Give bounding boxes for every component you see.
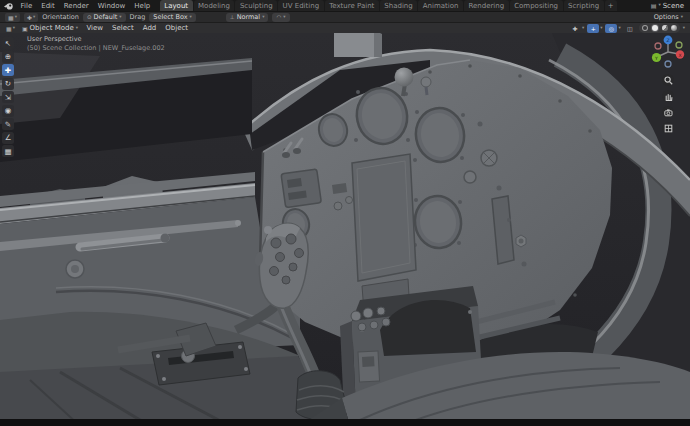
perspective-toggle-button[interactable] (662, 122, 674, 134)
active-tool-dropdown[interactable]: ▦ ▾ (5, 13, 20, 22)
zoom-button[interactable] (662, 74, 674, 86)
menu-render[interactable]: Render (59, 2, 93, 10)
move-cross-icon: ✚ (27, 14, 32, 21)
add-workspace-button[interactable]: + (605, 0, 617, 11)
shading-rendered-button[interactable] (671, 25, 677, 31)
editor-type-selector[interactable]: ▦ ▾ (3, 24, 18, 33)
grid-icon (664, 124, 673, 133)
gizmo-dropdown[interactable]: ✚ ▾ (24, 13, 38, 22)
top-menu-bar: File Edit Render Window Help Layout Mode… (0, 0, 690, 11)
mode-label: Object Mode (30, 24, 74, 32)
chevron-down-icon: ▾ (15, 15, 17, 20)
tab-compositing[interactable]: Compositing (510, 0, 563, 11)
menu-add[interactable]: Add (138, 24, 161, 32)
viewport-header-right: ✚ ▾ + ▾ ◎ ▾ ◫ ▾ (569, 23, 687, 33)
bottom-edge-strip (0, 419, 690, 426)
tab-scripting[interactable]: Scripting (564, 0, 604, 11)
show-gizmos-toggle[interactable]: + (587, 24, 599, 33)
viewport-header: ▦ ▾ ▣ Object Mode ▾ View Select Add Obje… (0, 22, 690, 33)
chevron-down-icon: ▾ (600, 26, 602, 31)
tab-shading[interactable]: Shading (380, 0, 417, 11)
view-name: User Perspective (27, 35, 165, 44)
tool-shelf: ↖ ⊕ ✚ ↻ ⇲ ◉ ✎ ∠ ▦ (2, 37, 14, 157)
chevron-down-icon: ▾ (262, 15, 264, 20)
menu-window[interactable]: Window (93, 2, 130, 10)
chevron-down-icon: ▾ (190, 15, 192, 20)
snap-cluster: ⊥ Normal ▾ ◠ ▾ (226, 13, 290, 22)
blender-logo-glyph (4, 2, 13, 10)
tool-select-box-button[interactable]: ↖ (2, 37, 14, 49)
shading-solid-button[interactable] (652, 25, 658, 31)
viewport-nav-cluster: X Y Z (649, 34, 687, 134)
drag-value: Select Box (153, 13, 187, 21)
chevron-down-icon: ▾ (33, 15, 35, 20)
chevron-down-icon: ▾ (283, 15, 285, 20)
pan-button[interactable] (662, 90, 674, 102)
orientation-select[interactable]: ⊙ Default ▾ (83, 13, 126, 22)
tool-rotate-button[interactable]: ↻ (2, 78, 14, 90)
workspace-tabs: Layout Modeling Sculpting UV Editing Tex… (160, 0, 618, 11)
drag-select[interactable]: Select Box ▾ (149, 13, 195, 22)
grid-icon: ▦ (8, 14, 14, 21)
scene-name: Scene (663, 2, 684, 10)
mode-selector[interactable]: ▣ Object Mode ▾ (18, 24, 82, 32)
transform-orientation-value: Normal (237, 13, 261, 21)
tab-texture-paint[interactable]: Texture Paint (325, 0, 379, 11)
menu-object[interactable]: Object (161, 24, 193, 32)
chevron-down-icon: ▾ (582, 26, 584, 31)
chevron-down-icon: ▾ (681, 15, 683, 20)
axis-z-label: Z (666, 38, 669, 43)
menu-edit[interactable]: Edit (37, 2, 60, 10)
shading-material-button[interactable] (662, 25, 668, 31)
shading-wireframe-button[interactable] (642, 25, 648, 31)
axis-x-label: X (678, 53, 681, 58)
tab-rendering[interactable]: Rendering (464, 0, 509, 11)
falloff-curve-icon: ◠ (276, 14, 281, 20)
tab-modeling[interactable]: Modeling (194, 0, 235, 11)
chevron-down-icon: ▾ (618, 26, 620, 31)
hand-icon (664, 92, 673, 101)
menu-help[interactable]: Help (130, 2, 155, 10)
tool-add-cube-button[interactable]: ▦ (2, 145, 14, 157)
menu-file[interactable]: File (16, 2, 37, 10)
menu-view[interactable]: View (82, 24, 108, 32)
magnifier-icon (664, 76, 673, 85)
tool-annotate-button[interactable]: ✎ (2, 118, 14, 130)
tool-scale-button[interactable]: ⇲ (2, 91, 14, 103)
show-overlays-toggle[interactable]: ◎ (605, 24, 617, 33)
blender-logo-icon[interactable] (4, 2, 13, 10)
3d-viewport[interactable]: User Perspective (50) Scene Collection |… (0, 33, 690, 426)
scene-icon: ▤ (651, 2, 657, 9)
orientation-gizmo[interactable]: X Y Z (650, 34, 686, 70)
tab-sculpting[interactable]: Sculpting (235, 0, 277, 11)
xray-toggle[interactable]: ◫ (624, 24, 636, 33)
camera-icon (664, 108, 673, 117)
tab-uv-editing[interactable]: UV Editing (278, 0, 324, 11)
tool-move-button[interactable]: ✚ (2, 64, 14, 76)
options-dropdown[interactable]: Options ▾ (654, 13, 685, 21)
camera-view-button[interactable] (662, 106, 674, 118)
chevron-down-icon: ▾ (76, 26, 78, 31)
tool-transform-button[interactable]: ◉ (2, 105, 14, 117)
tab-layout[interactable]: Layout (160, 0, 193, 11)
transform-orientation-select[interactable]: ⊥ Normal ▾ (226, 13, 269, 22)
shading-dropdown-icon[interactable]: ▾ (683, 26, 685, 31)
drag-label: Drag (130, 13, 146, 21)
proportional-falloff-select[interactable]: ◠ ▾ (272, 13, 289, 22)
options-label: Options (654, 13, 679, 21)
scene-selector[interactable]: ▤ ▾ Scene (651, 2, 686, 10)
tab-animation[interactable]: Animation (418, 0, 463, 11)
orientation-icon: ⊙ (87, 14, 92, 20)
object-mode-icon: ▣ (22, 25, 28, 32)
shading-solid-active (651, 24, 659, 32)
cockpit-model-render (0, 33, 690, 426)
viewport-editor-icon: ▦ (6, 25, 12, 32)
axis-icon: ⊥ (230, 14, 235, 20)
menu-select[interactable]: Select (108, 24, 139, 32)
orientation-label: Orientation (42, 13, 79, 21)
active-object-path: (50) Scene Collection | NEW_Fuselage.002 (27, 44, 165, 53)
tool-measure-button[interactable]: ∠ (2, 132, 14, 144)
tool-cursor-button[interactable]: ⊕ (2, 51, 14, 63)
transform-gizmo-button[interactable]: ✚ (569, 24, 581, 33)
axis-y-label: Y (654, 56, 658, 61)
